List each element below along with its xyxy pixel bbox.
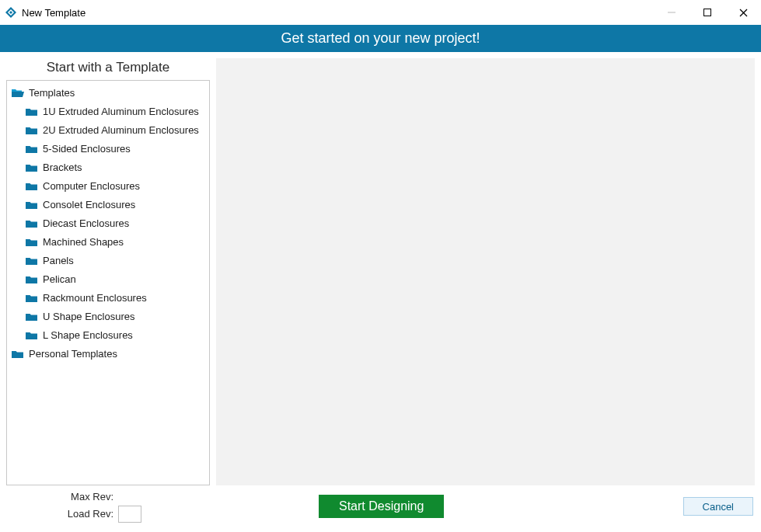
banner: Get started on your new project! <box>0 25 761 52</box>
start-designing-button[interactable]: Start Designing <box>319 495 444 518</box>
max-rev-label: Max Rev: <box>71 491 113 502</box>
tree-node-label: Personal Templates <box>29 346 117 362</box>
tree-node-label: Consolet Enclosures <box>43 197 135 213</box>
window-title: New Template <box>22 7 86 19</box>
tree-node-label: Machined Shapes <box>43 235 124 250</box>
tree-item[interactable]: U Shape Enclosures <box>9 308 208 326</box>
folder-icon <box>26 181 38 192</box>
folder-icon <box>26 125 38 136</box>
tree-item[interactable]: L Shape Enclosures <box>9 326 208 345</box>
tree-item[interactable]: 5-Sided Enclosures <box>9 140 208 158</box>
footer: Max Rev: Load Rev: Start Designing Cance… <box>0 485 761 532</box>
tree-item[interactable]: 2U Extruded Aluminum Enclosures <box>9 121 208 140</box>
panel-title: Start with a Template <box>6 58 210 80</box>
tree-node-label: Pelican <box>43 272 76 287</box>
close-button[interactable] <box>725 0 761 25</box>
maximize-button[interactable] <box>689 0 725 25</box>
tree-item[interactable]: Machined Shapes <box>9 233 208 252</box>
tree-item[interactable]: Panels <box>9 252 208 270</box>
tree-item[interactable]: Pelican <box>9 270 208 289</box>
folder-icon <box>26 330 38 341</box>
folder-open-icon <box>12 88 24 99</box>
tree-root-templates[interactable]: Templates <box>9 84 208 103</box>
folder-icon <box>26 256 38 266</box>
folder-icon <box>26 106 38 117</box>
folder-icon <box>26 218 38 229</box>
tree-item[interactable]: Computer Enclosures <box>9 177 208 196</box>
tree-item[interactable]: Rackmount Enclosures <box>9 289 208 308</box>
folder-icon <box>26 293 38 304</box>
tree-node-label: Templates <box>29 85 75 101</box>
tree-node-label: Brackets <box>43 160 82 176</box>
tree-node-label: Diecast Enclosures <box>43 216 129 231</box>
load-rev-label: Load Rev: <box>68 508 113 520</box>
svg-rect-4 <box>704 9 711 16</box>
tree-node-label: 1U Extruded Aluminum Enclosures <box>43 104 199 120</box>
folder-icon <box>26 200 38 210</box>
tree-item[interactable]: Brackets <box>9 158 208 177</box>
tree-item[interactable]: Diecast Enclosures <box>9 214 208 233</box>
folder-icon <box>26 144 38 155</box>
banner-text: Get started on your new project! <box>281 30 480 47</box>
tree-root-personal[interactable]: Personal Templates <box>9 345 208 363</box>
folder-icon <box>12 349 24 360</box>
tree-node-label: Rackmount Enclosures <box>43 290 147 306</box>
tree-node-label: 5-Sided Enclosures <box>43 141 131 157</box>
tree-node-label: U Shape Enclosures <box>43 309 135 325</box>
tree-node-label: 2U Extruded Aluminum Enclosures <box>43 123 199 138</box>
cancel-button[interactable]: Cancel <box>683 497 753 516</box>
tree-item[interactable]: 1U Extruded Aluminum Enclosures <box>9 103 208 121</box>
app-icon <box>5 6 17 19</box>
folder-icon <box>26 237 38 248</box>
tree-item[interactable]: Consolet Enclosures <box>9 196 208 214</box>
folder-icon <box>26 311 38 322</box>
tree-node-label: Panels <box>43 253 74 269</box>
folder-icon <box>26 274 38 285</box>
folder-icon <box>26 162 38 173</box>
preview-area <box>216 58 755 485</box>
load-rev-input[interactable] <box>118 506 141 523</box>
tree-node-label: L Shape Enclosures <box>43 328 133 343</box>
titlebar: New Template <box>0 0 761 25</box>
tree-node-label: Computer Enclosures <box>43 179 140 194</box>
template-tree[interactable]: Templates 1U Extruded Aluminum Enclosure… <box>6 80 210 485</box>
minimize-button[interactable] <box>654 0 689 25</box>
